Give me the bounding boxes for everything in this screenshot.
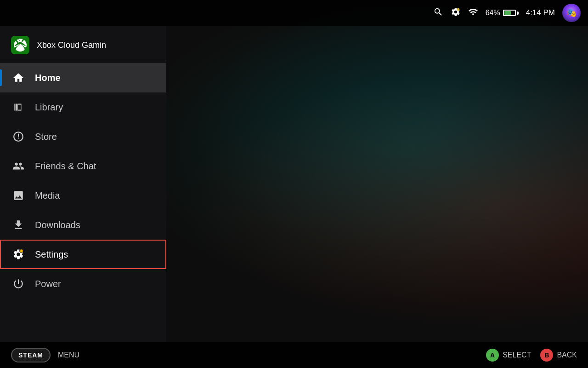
power-label: Power <box>35 279 61 289</box>
downloads-label: Downloads <box>35 220 80 230</box>
b-button[interactable]: B <box>540 349 553 362</box>
status-bar: 64% 4:14 PM 🎭 <box>0 0 588 26</box>
sidebar-item-store[interactable]: Store <box>0 122 166 151</box>
back-button-group: B BACK <box>540 349 577 362</box>
sidebar-item-library[interactable]: Library <box>0 92 166 122</box>
xbox-cloud-label: Xbox Cloud Gamin <box>37 40 106 50</box>
battery-icon <box>503 10 519 16</box>
home-icon <box>11 70 26 85</box>
sidebar-item-home[interactable]: Home <box>0 63 166 92</box>
select-label: SELECT <box>503 351 531 359</box>
clock: 4:14 PM <box>526 8 555 17</box>
avatar[interactable]: 🎭 <box>562 4 581 22</box>
friends-icon <box>11 159 26 173</box>
status-icons: 64% 4:14 PM 🎭 <box>433 4 581 22</box>
wireless-icon <box>468 7 478 19</box>
sidebar: Xbox Cloud Gamin Home Library Store <box>0 26 166 342</box>
media-icon <box>11 188 26 203</box>
a-button[interactable]: A <box>486 349 499 362</box>
sidebar-item-settings[interactable]: Settings <box>0 240 166 269</box>
svg-point-0 <box>457 8 459 11</box>
svg-point-1 <box>20 249 23 253</box>
library-icon <box>11 100 26 115</box>
sidebar-item-downloads[interactable]: Downloads <box>0 210 166 240</box>
back-label: BACK <box>557 351 577 359</box>
sidebar-item-friends[interactable]: Friends & Chat <box>0 151 166 181</box>
sidebar-item-power[interactable]: Power <box>0 269 166 299</box>
library-label: Library <box>35 102 63 113</box>
sidebar-item-media[interactable]: Media <box>0 181 166 210</box>
settings-icon <box>11 247 26 262</box>
downloads-icon <box>11 218 26 232</box>
xbox-logo <box>11 36 29 54</box>
bottom-bar: STEAM MENU A SELECT B BACK <box>0 342 588 368</box>
battery-indicator: 64% <box>486 9 519 17</box>
settings-label: Settings <box>35 249 68 260</box>
menu-label: MENU <box>58 351 79 359</box>
avatar-image: 🎭 <box>562 4 581 22</box>
media-label: Media <box>35 190 60 201</box>
gear-icon[interactable] <box>451 7 461 19</box>
select-button-group: A SELECT <box>486 349 531 362</box>
friends-label: Friends & Chat <box>35 161 96 172</box>
store-label: Store <box>35 132 57 142</box>
controller-buttons: A SELECT B BACK <box>486 349 577 362</box>
power-icon <box>11 276 26 291</box>
steam-label: STEAM <box>18 351 43 359</box>
search-icon[interactable] <box>433 7 443 19</box>
xbox-cloud-header[interactable]: Xbox Cloud Gamin <box>0 29 166 61</box>
home-label: Home <box>35 73 61 83</box>
steam-button[interactable]: STEAM <box>11 348 51 362</box>
store-icon <box>11 129 26 144</box>
battery-percent: 64% <box>486 9 500 17</box>
